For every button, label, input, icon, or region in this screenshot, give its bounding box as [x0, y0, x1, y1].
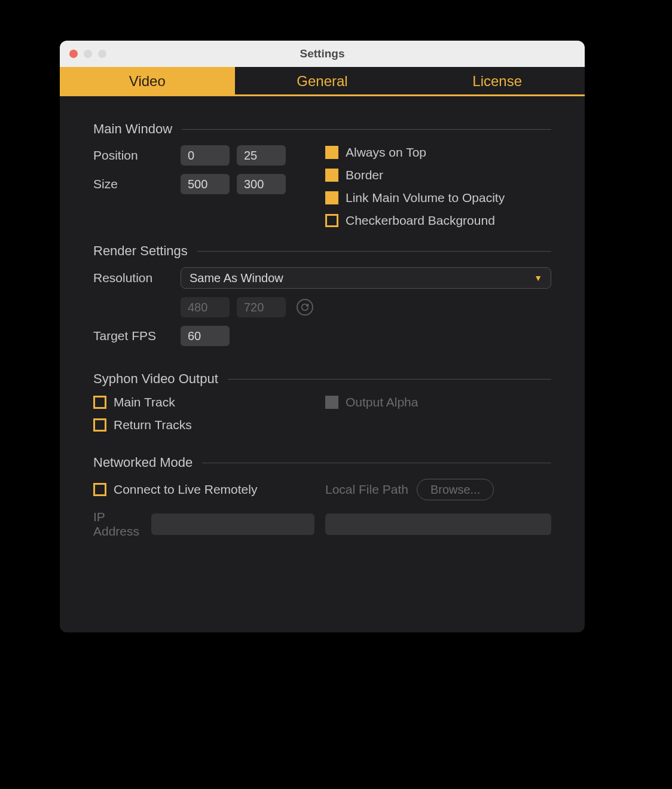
window-title: Settings — [60, 47, 585, 60]
browse-button[interactable]: Browse... — [417, 479, 494, 500]
section-render-settings: Render Settings — [93, 243, 551, 259]
chevron-down-icon: ▼ — [534, 273, 542, 283]
section-heading: Networked Mode — [93, 455, 193, 470]
resolution-select[interactable]: Same As Window ▼ — [181, 267, 551, 289]
connect-remote-checkbox[interactable]: Connect to Live Remotely — [93, 482, 257, 497]
res-w-input[interactable] — [181, 297, 230, 317]
checkbox-icon — [93, 418, 106, 432]
checkbox-icon — [93, 483, 106, 496]
checkbox-icon — [325, 191, 338, 204]
checkbox-label: Always on Top — [346, 145, 426, 160]
always-on-top-checkbox[interactable]: Always on Top — [325, 145, 551, 160]
checkbox-label: Connect to Live Remotely — [114, 482, 257, 497]
section-main-window: Main Window — [93, 121, 551, 137]
tab-video[interactable]: Video — [60, 67, 235, 94]
browse-label: Browse... — [430, 483, 480, 497]
local-file-path-label: Local File Path — [325, 482, 408, 497]
section-heading: Main Window — [93, 121, 172, 137]
size-h-input[interactable] — [237, 174, 286, 194]
close-icon[interactable] — [69, 50, 78, 58]
ip-address-label: IP Address — [93, 510, 144, 539]
checkbox-label: Border — [346, 168, 383, 182]
titlebar: Settings — [60, 41, 585, 67]
checkbox-icon — [325, 396, 338, 409]
return-tracks-checkbox[interactable]: Return Tracks — [93, 418, 314, 432]
divider — [182, 129, 551, 130]
size-label: Size — [93, 177, 173, 191]
section-syphon: Syphon Video Output — [93, 371, 551, 387]
minimize-icon[interactable] — [84, 50, 92, 58]
res-h-input[interactable] — [237, 297, 286, 317]
checkbox-icon — [325, 146, 338, 159]
ip-address-input[interactable] — [151, 513, 314, 535]
tab-general[interactable]: General — [235, 67, 410, 94]
tab-license[interactable]: License — [410, 67, 585, 94]
fps-label: Target FPS — [93, 329, 173, 343]
main-track-checkbox[interactable]: Main Track — [93, 395, 314, 409]
checkbox-label: Main Track — [114, 395, 175, 409]
checkbox-label: Return Tracks — [114, 418, 192, 432]
local-file-path-input[interactable] — [325, 513, 551, 535]
output-alpha-checkbox: Output Alpha — [325, 395, 551, 409]
section-networked-mode: Networked Mode — [93, 455, 551, 470]
divider — [202, 463, 551, 463]
refresh-icon[interactable] — [297, 299, 313, 316]
checkbox-icon — [325, 169, 338, 182]
select-value: Same As Window — [190, 271, 283, 285]
checkbox-label: Output Alpha — [346, 395, 418, 409]
position-label: Position — [93, 148, 173, 163]
divider — [228, 379, 551, 380]
link-volume-checkbox[interactable]: Link Main Volume to Opacity — [325, 191, 551, 205]
traffic-lights — [60, 50, 106, 58]
divider — [197, 251, 551, 252]
checkbox-icon — [93, 396, 106, 409]
position-x-input[interactable] — [181, 145, 230, 166]
tabs: Video General License — [60, 67, 585, 96]
section-heading: Syphon Video Output — [93, 371, 218, 387]
maximize-icon[interactable] — [98, 50, 106, 58]
checkbox-icon — [325, 214, 338, 227]
checkerboard-checkbox[interactable]: Checkerboard Background — [325, 213, 551, 228]
border-checkbox[interactable]: Border — [325, 168, 551, 182]
settings-window: Settings Video General License Main Wind… — [60, 41, 585, 632]
position-y-input[interactable] — [237, 145, 286, 166]
size-w-input[interactable] — [181, 174, 230, 194]
resolution-label: Resolution — [93, 271, 173, 285]
content: Main Window Position Size Always — [60, 96, 585, 556]
checkbox-label: Checkerboard Background — [346, 213, 495, 228]
section-heading: Render Settings — [93, 243, 188, 259]
fps-input[interactable] — [181, 326, 230, 346]
checkbox-label: Link Main Volume to Opacity — [346, 191, 505, 205]
